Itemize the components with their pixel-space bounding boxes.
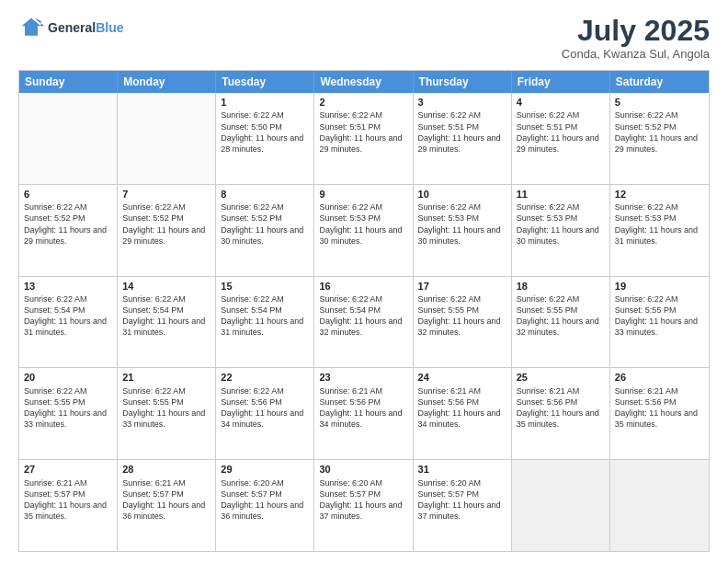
cal-cell: 19Sunrise: 6:22 AM Sunset: 5:55 PM Dayli… [610, 277, 709, 368]
cal-header-day-monday: Monday [118, 71, 216, 93]
cell-detail: Sunrise: 6:22 AM Sunset: 5:52 PM Dayligh… [122, 201, 210, 247]
day-number: 26 [615, 371, 704, 384]
cal-cell: 29Sunrise: 6:20 AM Sunset: 5:57 PM Dayli… [216, 460, 314, 551]
calendar-body: 1Sunrise: 6:22 AM Sunset: 5:50 PM Daylig… [19, 93, 709, 551]
day-number: 14 [122, 280, 210, 293]
day-number: 31 [418, 463, 506, 476]
cell-detail: Sunrise: 6:20 AM Sunset: 5:57 PM Dayligh… [418, 477, 506, 523]
cell-detail: Sunrise: 6:22 AM Sunset: 5:53 PM Dayligh… [517, 201, 605, 247]
cell-detail: Sunrise: 6:21 AM Sunset: 5:57 PM Dayligh… [24, 477, 112, 523]
cell-detail: Sunrise: 6:20 AM Sunset: 5:57 PM Dayligh… [221, 477, 309, 523]
cal-cell: 6Sunrise: 6:22 AM Sunset: 5:52 PM Daylig… [19, 185, 118, 276]
cell-detail: Sunrise: 6:22 AM Sunset: 5:54 PM Dayligh… [319, 293, 407, 339]
cal-header-day-sunday: Sunday [19, 71, 118, 93]
day-number: 12 [615, 188, 704, 201]
cal-week-3: 13Sunrise: 6:22 AM Sunset: 5:54 PM Dayli… [19, 277, 709, 369]
cal-cell: 21Sunrise: 6:22 AM Sunset: 5:55 PM Dayli… [118, 368, 216, 459]
day-number: 30 [319, 463, 407, 476]
day-number: 16 [319, 280, 407, 293]
cal-cell [19, 93, 118, 184]
cell-detail: Sunrise: 6:22 AM Sunset: 5:52 PM Dayligh… [221, 201, 309, 247]
cell-detail: Sunrise: 6:22 AM Sunset: 5:55 PM Dayligh… [24, 385, 112, 431]
cal-header-day-saturday: Saturday [610, 71, 709, 93]
day-number: 21 [122, 371, 210, 384]
cal-cell: 17Sunrise: 6:22 AM Sunset: 5:55 PM Dayli… [414, 277, 512, 368]
cal-week-2: 6Sunrise: 6:22 AM Sunset: 5:52 PM Daylig… [19, 185, 709, 277]
day-number: 17 [418, 280, 506, 293]
cal-cell: 18Sunrise: 6:22 AM Sunset: 5:55 PM Dayli… [512, 277, 610, 368]
cal-cell: 27Sunrise: 6:21 AM Sunset: 5:57 PM Dayli… [19, 460, 118, 551]
day-number: 29 [221, 463, 309, 476]
cal-cell: 26Sunrise: 6:21 AM Sunset: 5:56 PM Dayli… [610, 368, 709, 459]
cal-cell: 8Sunrise: 6:22 AM Sunset: 5:52 PM Daylig… [216, 185, 314, 276]
cell-detail: Sunrise: 6:21 AM Sunset: 5:56 PM Dayligh… [418, 385, 506, 431]
day-number: 18 [517, 280, 605, 293]
cell-detail: Sunrise: 6:22 AM Sunset: 5:51 PM Dayligh… [418, 109, 506, 155]
cal-cell: 4Sunrise: 6:22 AM Sunset: 5:51 PM Daylig… [512, 93, 610, 184]
cal-cell: 10Sunrise: 6:22 AM Sunset: 5:53 PM Dayli… [414, 185, 512, 276]
month-title: July 2025 [562, 15, 710, 47]
cell-detail: Sunrise: 6:22 AM Sunset: 5:56 PM Dayligh… [221, 385, 309, 431]
cal-cell: 2Sunrise: 6:22 AM Sunset: 5:51 PM Daylig… [314, 93, 413, 184]
page: GeneralBlue July 2025 Conda, Kwanza Sul,… [0, 0, 728, 563]
cell-detail: Sunrise: 6:22 AM Sunset: 5:55 PM Dayligh… [122, 385, 210, 431]
cell-detail: Sunrise: 6:22 AM Sunset: 5:53 PM Dayligh… [418, 201, 506, 247]
cal-header-day-thursday: Thursday [414, 71, 512, 93]
cell-detail: Sunrise: 6:21 AM Sunset: 5:56 PM Dayligh… [517, 385, 605, 431]
cell-detail: Sunrise: 6:21 AM Sunset: 5:57 PM Dayligh… [122, 477, 210, 523]
cal-cell: 12Sunrise: 6:22 AM Sunset: 5:53 PM Dayli… [610, 185, 709, 276]
cell-detail: Sunrise: 6:22 AM Sunset: 5:55 PM Dayligh… [418, 293, 506, 339]
logo-icon [18, 15, 44, 40]
cell-detail: Sunrise: 6:22 AM Sunset: 5:54 PM Dayligh… [221, 293, 309, 339]
day-number: 3 [418, 96, 506, 109]
cal-cell: 28Sunrise: 6:21 AM Sunset: 5:57 PM Dayli… [118, 460, 216, 551]
cal-cell: 7Sunrise: 6:22 AM Sunset: 5:52 PM Daylig… [118, 185, 216, 276]
day-number: 20 [24, 371, 112, 384]
calendar: SundayMondayTuesdayWednesdayThursdayFrid… [18, 70, 710, 552]
cal-cell: 31Sunrise: 6:20 AM Sunset: 5:57 PM Dayli… [414, 460, 512, 551]
cell-detail: Sunrise: 6:22 AM Sunset: 5:55 PM Dayligh… [517, 293, 605, 339]
day-number: 6 [24, 188, 112, 201]
cal-cell: 1Sunrise: 6:22 AM Sunset: 5:50 PM Daylig… [216, 93, 314, 184]
cell-detail: Sunrise: 6:22 AM Sunset: 5:51 PM Dayligh… [319, 109, 407, 155]
cell-detail: Sunrise: 6:22 AM Sunset: 5:50 PM Dayligh… [221, 109, 309, 155]
title-block: July 2025 Conda, Kwanza Sul, Angola [562, 15, 710, 61]
cell-detail: Sunrise: 6:22 AM Sunset: 5:54 PM Dayligh… [122, 293, 210, 339]
day-number: 1 [221, 96, 309, 109]
day-number: 22 [221, 371, 309, 384]
cell-detail: Sunrise: 6:21 AM Sunset: 5:56 PM Dayligh… [319, 385, 407, 431]
cal-week-4: 20Sunrise: 6:22 AM Sunset: 5:55 PM Dayli… [19, 368, 709, 460]
cal-cell: 30Sunrise: 6:20 AM Sunset: 5:57 PM Dayli… [314, 460, 413, 551]
day-number: 8 [221, 188, 309, 201]
cal-cell: 15Sunrise: 6:22 AM Sunset: 5:54 PM Dayli… [216, 277, 314, 368]
day-number: 11 [517, 188, 605, 201]
day-number: 28 [122, 463, 210, 476]
cal-cell: 3Sunrise: 6:22 AM Sunset: 5:51 PM Daylig… [414, 93, 512, 184]
cell-detail: Sunrise: 6:22 AM Sunset: 5:51 PM Dayligh… [517, 109, 605, 155]
logo: GeneralBlue [18, 15, 123, 40]
cal-cell: 22Sunrise: 6:22 AM Sunset: 5:56 PM Dayli… [216, 368, 314, 459]
cal-cell: 25Sunrise: 6:21 AM Sunset: 5:56 PM Dayli… [512, 368, 610, 459]
cell-detail: Sunrise: 6:21 AM Sunset: 5:56 PM Dayligh… [615, 385, 704, 431]
day-number: 27 [24, 463, 112, 476]
day-number: 25 [517, 371, 605, 384]
day-number: 2 [319, 96, 407, 109]
cal-cell [610, 460, 709, 551]
cal-cell [512, 460, 610, 551]
cal-cell: 23Sunrise: 6:21 AM Sunset: 5:56 PM Dayli… [314, 368, 413, 459]
header: GeneralBlue July 2025 Conda, Kwanza Sul,… [18, 15, 710, 61]
cal-cell: 13Sunrise: 6:22 AM Sunset: 5:54 PM Dayli… [19, 277, 118, 368]
day-number: 24 [418, 371, 506, 384]
cal-header-day-wednesday: Wednesday [314, 71, 413, 93]
cal-cell: 20Sunrise: 6:22 AM Sunset: 5:55 PM Dayli… [19, 368, 118, 459]
cell-detail: Sunrise: 6:22 AM Sunset: 5:52 PM Dayligh… [24, 201, 112, 247]
day-number: 13 [24, 280, 112, 293]
day-number: 19 [615, 280, 704, 293]
day-number: 7 [122, 188, 210, 201]
cal-cell: 16Sunrise: 6:22 AM Sunset: 5:54 PM Dayli… [314, 277, 413, 368]
day-number: 23 [319, 371, 407, 384]
day-number: 5 [615, 96, 704, 109]
cal-header-day-tuesday: Tuesday [216, 71, 314, 93]
cell-detail: Sunrise: 6:20 AM Sunset: 5:57 PM Dayligh… [319, 477, 407, 523]
cal-cell: 5Sunrise: 6:22 AM Sunset: 5:52 PM Daylig… [610, 93, 709, 184]
